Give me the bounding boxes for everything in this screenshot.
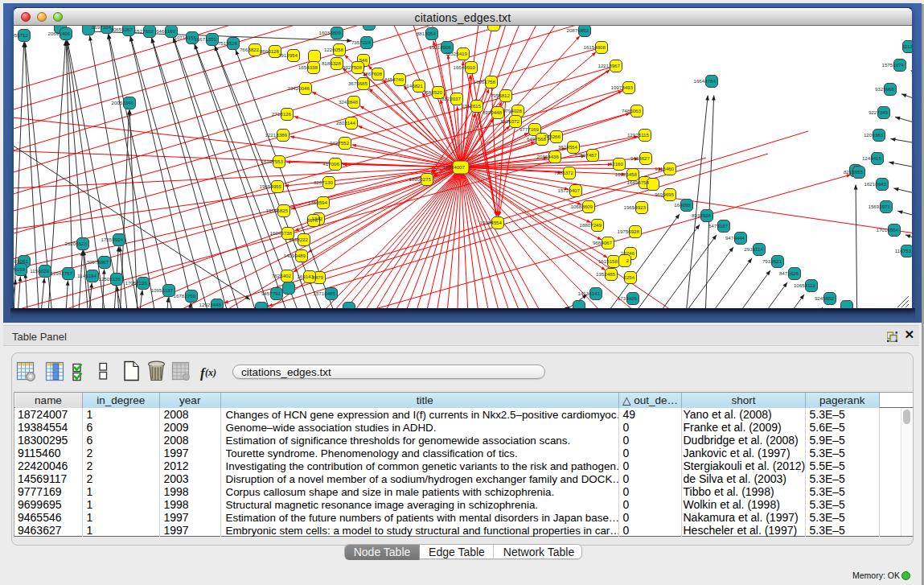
svg-text:14055712: 14055712 <box>14 32 29 38</box>
svg-text:8678: 8678 <box>306 217 318 223</box>
svg-text:14099489: 14099489 <box>283 253 306 258</box>
svg-text:12213967: 12213967 <box>598 63 620 68</box>
svg-text:3912954: 3912954 <box>278 52 298 58</box>
svg-text:8471626: 8471626 <box>779 270 799 276</box>
svg-text:1733426: 1733426 <box>618 295 638 301</box>
svg-text:417006: 417006 <box>322 161 339 167</box>
svg-text:3498222: 3498222 <box>289 237 309 242</box>
svg-text:9115460: 9115460 <box>655 166 674 171</box>
svg-text:8215955: 8215955 <box>844 169 864 175</box>
svg-text:8186328: 8186328 <box>322 60 342 66</box>
svg-text:18900275: 18900275 <box>409 176 431 182</box>
svg-text:9146821: 9146821 <box>404 83 424 89</box>
svg-text:19384554: 19384554 <box>479 220 502 225</box>
svg-text:7886372: 7886372 <box>554 170 574 175</box>
svg-text:8479: 8479 <box>312 274 323 280</box>
svg-text:17359924: 17359924 <box>101 237 123 242</box>
svg-text:9463627: 9463627 <box>630 155 651 161</box>
svg-text:1244415: 1244415 <box>862 155 882 161</box>
svg-text:2867608: 2867608 <box>363 71 383 76</box>
svg-text:10973493: 10973493 <box>610 84 633 90</box>
svg-text:10654112: 10654112 <box>794 282 816 288</box>
svg-text:14136141: 14136141 <box>577 290 600 296</box>
svg-text:10688609: 10688609 <box>570 204 593 209</box>
svg-text:12213389: 12213389 <box>265 132 287 138</box>
svg-text:8660128: 8660128 <box>260 48 280 54</box>
svg-text:1145194: 1145194 <box>77 273 97 278</box>
svg-text:11325419: 11325419 <box>446 51 468 56</box>
svg-text:9245652: 9245652 <box>815 295 835 301</box>
svg-text:1353594: 1353594 <box>308 200 328 205</box>
svg-text:9474444: 9474444 <box>725 235 745 241</box>
svg-text:10655267: 10655267 <box>110 27 133 32</box>
svg-text:12975115: 12975115 <box>627 132 650 138</box>
svg-text:9794028: 9794028 <box>503 108 523 113</box>
svg-text:39159: 39159 <box>14 266 26 272</box>
svg-text:9684067: 9684067 <box>593 240 613 245</box>
svg-text:1226058: 1226058 <box>324 47 344 52</box>
svg-text:8454749: 8454749 <box>384 76 405 82</box>
svg-text:18807249: 18807249 <box>579 222 602 228</box>
svg-text:16640910: 16640910 <box>453 64 475 70</box>
svg-text:2: 2 <box>626 257 630 263</box>
svg-text:16107553: 16107553 <box>261 159 283 164</box>
svg-text:15716485: 15716485 <box>313 290 335 296</box>
svg-text:1615158: 1615158 <box>598 258 618 264</box>
svg-text:2718126: 2718126 <box>272 111 292 117</box>
svg-text:23420046: 23420046 <box>287 85 310 91</box>
svg-text:19654955: 19654955 <box>259 183 281 189</box>
svg-text:15751074: 15751074 <box>881 62 904 68</box>
svg-text:9427552: 9427552 <box>330 140 350 146</box>
svg-text:169143: 169143 <box>297 274 314 279</box>
svg-text:19654923: 19654923 <box>623 204 646 210</box>
svg-text:20053346: 20053346 <box>111 100 133 105</box>
svg-text:8322037: 8322037 <box>441 96 462 101</box>
svg-text:16154808: 16154808 <box>583 44 606 50</box>
svg-text:9699695: 9699695 <box>655 192 675 197</box>
svg-text:7663822: 7663822 <box>240 47 260 52</box>
svg-text:1821072: 1821072 <box>500 118 520 124</box>
svg-text:1209383: 1209383 <box>864 132 884 138</box>
svg-text:9457791: 9457791 <box>261 290 281 296</box>
svg-text:8267130: 8267130 <box>314 179 334 185</box>
svg-text:9227349: 9227349 <box>869 109 889 115</box>
svg-text:2254: 2254 <box>623 274 634 280</box>
svg-text:16782759: 16782759 <box>173 293 195 299</box>
svg-text:1654338: 1654338 <box>298 64 318 70</box>
svg-text:30975867: 30975867 <box>86 259 109 265</box>
svg-text:15720407: 15720407 <box>557 187 580 193</box>
svg-text:16046738: 16046738 <box>269 230 292 236</box>
svg-text:1697104: 1697104 <box>92 26 112 30</box>
svg-text:7625402: 7625402 <box>272 273 292 278</box>
svg-text:16210643: 16210643 <box>864 181 886 187</box>
svg-text:116753: 116753 <box>895 248 912 253</box>
svg-text:2935114: 2935114 <box>744 246 763 252</box>
svg-text:3624554: 3624554 <box>558 144 578 150</box>
svg-text:7932621: 7932621 <box>762 258 782 264</box>
svg-text:7357224: 7357224 <box>351 39 372 45</box>
svg-text:12505135: 12505135 <box>98 276 121 282</box>
svg-text:746266: 746266 <box>544 134 561 139</box>
svg-text:1156829: 1156829 <box>30 268 49 274</box>
svg-text:16495754: 16495754 <box>626 179 649 185</box>
svg-text:9777169: 9777169 <box>519 126 540 132</box>
svg-text:20206523: 20206523 <box>64 241 87 246</box>
svg-text:16648784: 16648784 <box>693 78 716 84</box>
svg-text:2588520: 2588520 <box>423 89 443 95</box>
svg-text:17016504: 17016504 <box>876 227 898 233</box>
svg-text:546: 546 <box>359 57 368 63</box>
svg-text:20364436: 20364436 <box>536 154 559 159</box>
svg-text:8938928: 8938928 <box>692 212 712 218</box>
svg-text:20746: 20746 <box>621 250 635 256</box>
svg-text:1485061: 1485061 <box>14 258 29 264</box>
svg-text:9327508: 9327508 <box>343 64 363 70</box>
svg-text:16033809: 16033809 <box>318 30 341 35</box>
svg-text:19166825: 19166825 <box>265 208 288 213</box>
svg-text:10958137: 10958137 <box>150 287 173 293</box>
svg-text:7515526: 7515526 <box>218 40 238 46</box>
svg-text:1362615: 1362615 <box>462 103 482 109</box>
svg-text:17957225: 17957225 <box>125 280 147 286</box>
svg-text:16961758: 16961758 <box>473 79 495 84</box>
svg-text:8813054: 8813054 <box>417 31 437 36</box>
svg-text:10807487: 10807487 <box>574 152 597 158</box>
